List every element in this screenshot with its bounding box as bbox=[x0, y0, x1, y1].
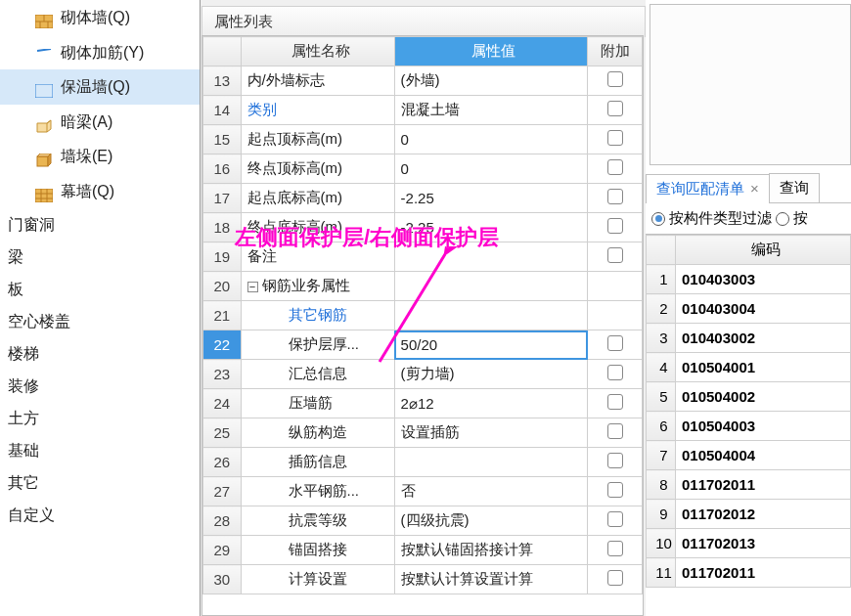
prop-extra-cell[interactable] bbox=[588, 477, 643, 506]
radio-button[interactable] bbox=[651, 212, 665, 226]
sidebar-category[interactable]: 其它 bbox=[0, 467, 200, 500]
prop-name-cell[interactable]: 锚固搭接 bbox=[241, 536, 394, 565]
code-row[interactable]: 1010403003 bbox=[647, 265, 851, 294]
sidebar-category[interactable]: 梁 bbox=[0, 242, 200, 274]
radio-button[interactable] bbox=[776, 212, 789, 226]
property-row[interactable]: 30计算设置按默认计算设置计算 bbox=[203, 565, 643, 594]
sidebar-category[interactable]: 板 bbox=[0, 274, 200, 306]
property-row[interactable]: 22保护层厚...50/20 bbox=[203, 330, 643, 360]
col-header-code[interactable]: 编码 bbox=[676, 236, 851, 265]
sidebar-item[interactable]: 保温墙(Q) bbox=[0, 69, 200, 105]
prop-name-cell[interactable]: 起点底标高(m) bbox=[241, 184, 394, 213]
sidebar-category[interactable]: 基础 bbox=[0, 435, 200, 467]
prop-value-cell[interactable]: 0 bbox=[394, 125, 588, 154]
prop-name-cell[interactable]: 内/外墙标志 bbox=[241, 66, 394, 96]
code-row[interactable]: 7010504004 bbox=[647, 441, 851, 470]
checkbox[interactable] bbox=[607, 570, 623, 586]
prop-extra-cell[interactable] bbox=[588, 154, 643, 184]
checkbox[interactable] bbox=[607, 453, 623, 468]
prop-extra-cell[interactable] bbox=[588, 184, 643, 213]
prop-value-cell[interactable] bbox=[394, 272, 588, 301]
col-header-value[interactable]: 属性值 bbox=[394, 37, 588, 66]
collapse-icon[interactable]: − bbox=[247, 282, 258, 292]
prop-extra-cell[interactable] bbox=[588, 66, 643, 96]
prop-extra-cell[interactable] bbox=[588, 565, 643, 594]
property-row[interactable]: 21其它钢筋 bbox=[203, 301, 643, 330]
prop-value-cell[interactable]: 混凝土墙 bbox=[394, 96, 588, 125]
code-row[interactable]: 10011702013 bbox=[647, 529, 851, 558]
sidebar-category[interactable]: 空心楼盖 bbox=[0, 306, 200, 338]
prop-value-cell[interactable]: (外墙) bbox=[394, 66, 588, 96]
prop-extra-cell[interactable] bbox=[588, 389, 643, 418]
checkbox[interactable] bbox=[607, 71, 623, 87]
prop-value-cell[interactable]: (剪力墙) bbox=[394, 360, 588, 389]
code-row[interactable]: 3010403002 bbox=[647, 324, 851, 353]
sidebar-item[interactable]: 幕墙(Q) bbox=[0, 174, 200, 209]
prop-name-cell[interactable]: 插筋信息 bbox=[241, 448, 394, 477]
prop-value-cell[interactable]: 0 bbox=[394, 154, 588, 184]
prop-extra-cell[interactable] bbox=[588, 272, 643, 301]
sidebar-item[interactable]: 墙垛(E) bbox=[0, 139, 200, 174]
prop-name-cell[interactable]: 纵筋构造 bbox=[241, 418, 394, 448]
prop-extra-cell[interactable] bbox=[588, 96, 643, 125]
prop-name-cell[interactable]: 计算设置 bbox=[241, 565, 394, 594]
checkbox[interactable] bbox=[607, 482, 623, 498]
prop-extra-cell[interactable] bbox=[588, 506, 643, 536]
prop-name-cell[interactable]: 抗震等级 bbox=[241, 506, 394, 536]
prop-value-cell[interactable]: (四级抗震) bbox=[394, 506, 588, 536]
prop-extra-cell[interactable] bbox=[588, 536, 643, 565]
property-row[interactable]: 29锚固搭接按默认锚固搭接计算 bbox=[203, 536, 643, 565]
code-row[interactable]: 11011702011 bbox=[647, 558, 851, 588]
sidebar-category[interactable]: 装修 bbox=[0, 371, 200, 403]
col-header-extra[interactable]: 附加 bbox=[588, 37, 643, 66]
prop-name-cell[interactable]: 终点顶标高(m) bbox=[241, 154, 394, 184]
property-row[interactable]: 24压墙筋2⌀12 bbox=[203, 389, 643, 418]
property-row[interactable]: 26插筋信息 bbox=[203, 448, 643, 477]
prop-value-cell[interactable] bbox=[394, 301, 588, 330]
prop-extra-cell[interactable] bbox=[588, 242, 643, 272]
prop-value-cell[interactable]: 设置插筋 bbox=[394, 418, 588, 448]
prop-name-cell[interactable]: 汇总信息 bbox=[241, 360, 394, 389]
col-header-name[interactable]: 属性名称 bbox=[241, 37, 394, 66]
prop-extra-cell[interactable] bbox=[588, 330, 643, 360]
prop-name-cell[interactable]: 保护层厚... bbox=[241, 330, 394, 360]
property-row[interactable]: 23汇总信息(剪力墙) bbox=[203, 360, 643, 389]
prop-name-cell[interactable]: 其它钢筋 bbox=[241, 301, 394, 330]
prop-value-cell[interactable]: 50/20 bbox=[394, 330, 588, 360]
prop-value-cell[interactable]: 2⌀12 bbox=[394, 389, 588, 418]
code-row[interactable]: 2010403004 bbox=[647, 294, 851, 324]
property-row[interactable]: 15起点顶标高(m)0 bbox=[203, 125, 643, 154]
sidebar-category[interactable]: 土方 bbox=[0, 403, 200, 435]
checkbox[interactable] bbox=[607, 218, 623, 234]
prop-extra-cell[interactable] bbox=[588, 301, 643, 330]
sidebar-item[interactable]: 暗梁(A) bbox=[0, 105, 200, 140]
code-row[interactable]: 9011702012 bbox=[647, 500, 851, 529]
prop-value-cell[interactable]: -2.25 bbox=[394, 184, 588, 213]
prop-extra-cell[interactable] bbox=[588, 448, 643, 477]
property-row[interactable]: 16终点顶标高(m)0 bbox=[203, 154, 643, 184]
property-row[interactable]: 28抗震等级(四级抗震) bbox=[203, 506, 643, 536]
prop-value-cell[interactable]: 按默认锚固搭接计算 bbox=[394, 536, 588, 565]
prop-extra-cell[interactable] bbox=[588, 360, 643, 389]
checkbox[interactable] bbox=[607, 423, 623, 439]
prop-value-cell[interactable]: 按默认计算设置计算 bbox=[394, 565, 588, 594]
checkbox[interactable] bbox=[607, 394, 623, 410]
prop-name-cell[interactable]: 类别 bbox=[241, 96, 394, 125]
code-row[interactable]: 6010504003 bbox=[647, 412, 851, 441]
sidebar-item[interactable]: 砌体加筋(Y) bbox=[0, 35, 200, 70]
checkbox[interactable] bbox=[607, 159, 623, 175]
close-icon[interactable]: × bbox=[750, 180, 759, 197]
checkbox[interactable] bbox=[607, 365, 623, 380]
property-row[interactable]: 25纵筋构造设置插筋 bbox=[203, 418, 643, 448]
sidebar-category[interactable]: 楼梯 bbox=[0, 338, 200, 371]
query-tab[interactable]: 查询 bbox=[769, 173, 820, 202]
checkbox[interactable] bbox=[607, 189, 623, 204]
prop-name-cell[interactable]: 起点顶标高(m) bbox=[241, 125, 394, 154]
checkbox[interactable] bbox=[607, 541, 623, 556]
prop-extra-cell[interactable] bbox=[588, 418, 643, 448]
code-row[interactable]: 8011702011 bbox=[647, 470, 851, 500]
prop-name-cell[interactable]: 水平钢筋... bbox=[241, 477, 394, 506]
checkbox[interactable] bbox=[607, 511, 623, 527]
sidebar-item[interactable]: 砌体墙(Q) bbox=[0, 0, 200, 35]
sidebar-category[interactable]: 门窗洞 bbox=[0, 209, 200, 242]
